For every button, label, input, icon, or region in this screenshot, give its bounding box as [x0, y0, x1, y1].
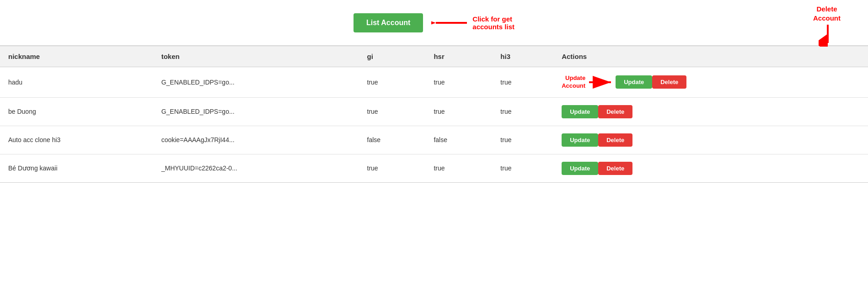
arrow-right-icon	[588, 75, 616, 89]
cell-actions: Update AccountUpdateDelete	[553, 67, 868, 98]
cell-hsr: true	[425, 154, 492, 182]
col-actions: Actions	[553, 46, 868, 67]
cell-actions: UpdateDelete	[553, 126, 868, 154]
arrow-left-icon	[431, 14, 468, 32]
delete-account-arrow-icon	[819, 24, 837, 48]
update-button[interactable]: Update	[562, 133, 598, 147]
top-bar: List Account Click for get accounts list…	[0, 0, 868, 46]
update-button[interactable]: Update	[562, 105, 598, 118]
col-nickname: nickname	[0, 46, 153, 67]
cell-token: G_ENABLED_IDPS=go...	[153, 67, 359, 98]
cell-hi3: true	[492, 154, 553, 182]
cell-nickname: Bé Dương kawaii	[0, 154, 153, 182]
update-account-annotation: Update Account	[562, 74, 616, 90]
table-row: be DuongG_ENABLED_IDPS=go...truetruetrue…	[0, 97, 868, 126]
actions-container: UpdateDelete	[562, 105, 860, 118]
col-token: token	[153, 46, 359, 67]
cell-hsr: true	[425, 67, 492, 98]
update-account-label: Update Account	[562, 74, 585, 90]
delete-button[interactable]: Delete	[598, 162, 632, 175]
click-for-accounts-label: Click for get accounts list	[472, 15, 514, 31]
table-header-row: nickname token gi hsr hi3 Actions	[0, 46, 868, 67]
list-account-button[interactable]: List Account	[354, 13, 423, 32]
cell-gi: true	[359, 154, 426, 182]
actions-container: Update AccountUpdateDelete	[562, 74, 860, 90]
cell-actions: UpdateDelete	[553, 97, 868, 126]
cell-token: G_ENABLED_IDPS=go...	[153, 97, 359, 126]
actions-container: UpdateDelete	[562, 162, 860, 175]
delete-button[interactable]: Delete	[598, 133, 632, 147]
cell-actions: UpdateDelete	[553, 154, 868, 182]
cell-nickname: hadu	[0, 67, 153, 98]
cell-token: _MHYUUID=c2262ca2-0...	[153, 154, 359, 182]
col-gi: gi	[359, 46, 426, 67]
cell-gi: false	[359, 126, 426, 154]
delete-button[interactable]: Delete	[598, 105, 632, 118]
update-button[interactable]: Update	[616, 75, 652, 89]
list-account-annotation: Click for get accounts list	[431, 14, 514, 32]
table-row: haduG_ENABLED_IDPS=go...truetruetrueUpda…	[0, 67, 868, 98]
cell-hi3: true	[492, 97, 553, 126]
col-hi3: hi3	[492, 46, 553, 67]
cell-token: cookie=AAAAgJx7RjI44...	[153, 126, 359, 154]
cell-gi: true	[359, 97, 426, 126]
delete-account-annotation: Delete Account	[813, 5, 841, 22]
delete-button[interactable]: Delete	[652, 75, 686, 89]
actions-container: UpdateDelete	[562, 133, 860, 147]
update-button[interactable]: Update	[562, 162, 598, 175]
table-row: Auto acc clone hi3cookie=AAAAgJx7RjI44..…	[0, 126, 868, 154]
cell-nickname: be Duong	[0, 97, 153, 126]
cell-hsr: true	[425, 97, 492, 126]
col-hsr: hsr	[425, 46, 492, 67]
cell-gi: true	[359, 67, 426, 98]
cell-hi3: true	[492, 126, 553, 154]
cell-nickname: Auto acc clone hi3	[0, 126, 153, 154]
cell-hi3: true	[492, 67, 553, 98]
accounts-table: nickname token gi hsr hi3 Actions haduG_…	[0, 46, 868, 183]
cell-hsr: false	[425, 126, 492, 154]
table-row: Bé Dương kawaii_MHYUUID=c2262ca2-0...tru…	[0, 154, 868, 182]
